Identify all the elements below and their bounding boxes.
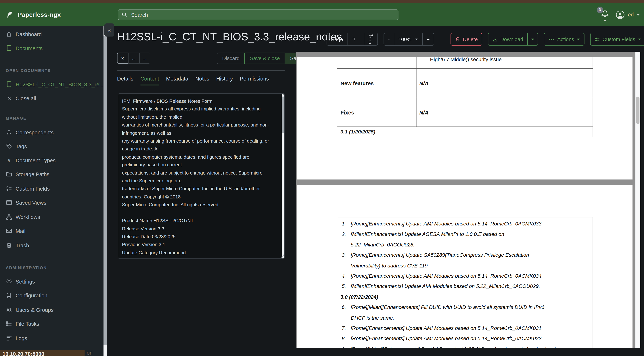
tab-history[interactable]: History	[216, 76, 233, 86]
sidebar-item-correspondents[interactable]: Correspondents	[0, 128, 104, 137]
zoom-in-button[interactable]: +	[422, 33, 434, 45]
sidebar-item-label: Configuration	[16, 292, 48, 298]
chevron-down-icon	[415, 38, 418, 40]
sidebar-scrollbar[interactable]	[104, 26, 107, 356]
global-search[interactable]	[118, 10, 398, 20]
sidebar-item-label: Saved Views	[16, 199, 46, 206]
discard-button[interactable]: Discard	[217, 52, 244, 64]
home-icon	[6, 31, 12, 38]
sidebar-item-documents[interactable]: Documents	[0, 43, 104, 53]
sidebar-item-label: Correspondents	[16, 129, 54, 136]
zoom-level-value: 100%	[398, 36, 412, 42]
document-nav-buttons: × ← →	[117, 52, 150, 64]
sidebar-item-configuration[interactable]: Configuration	[0, 290, 104, 300]
sidebar-item-tags[interactable]: Tags	[0, 141, 104, 151]
sidebar-item-document-types[interactable]: # Document Types	[0, 155, 104, 165]
zoom-out-button[interactable]: -	[384, 33, 394, 45]
sidebar-scrollbar-thumb[interactable]	[104, 36, 107, 345]
close-document-button[interactable]: ×	[117, 52, 128, 64]
envelope-icon	[6, 228, 12, 234]
sidebar-collapse-button[interactable]: «	[104, 23, 114, 36]
table-row: Fixes N/A	[337, 98, 593, 127]
version-heading: 3.0 (07/22/2024)	[337, 292, 587, 302]
sidebar-item-file-tasks[interactable]: File Tasks	[0, 319, 104, 328]
list-item: 6.[Rome][Milan][Enhancements] Fill DUID …	[337, 302, 587, 323]
sidebar-item-logs[interactable]: Logs	[0, 333, 104, 343]
sidebar-item-storage-paths[interactable]: Storage Paths	[0, 169, 104, 179]
download-label: Download	[500, 36, 523, 42]
divider	[117, 70, 284, 71]
search-icon	[122, 12, 128, 18]
save-and-close-button[interactable]: Save & close	[244, 52, 285, 64]
sidebar-item-custom-fields[interactable]: Custom Fields	[0, 184, 104, 194]
table-row: New features N/A	[337, 69, 593, 98]
pdf-preview[interactable]: High/6.7 Middle)) security issue New fea…	[296, 52, 635, 348]
notifications-button[interactable]: 3	[600, 9, 609, 20]
sidebar-item-settings[interactable]: Settings	[0, 276, 104, 286]
sidebar-item-label: H12SSL-i_C_CT_NT_BIOS_3.3_rel...	[16, 81, 105, 87]
page-number-cell[interactable]	[347, 33, 364, 45]
custom-fields-label: Custom Fields	[602, 36, 635, 42]
sidebar-item-saved-views[interactable]: Saved Views	[0, 198, 104, 208]
tab-metadata[interactable]: Metadata	[166, 76, 188, 86]
version-heading: 3.1 (1/20/2025)	[340, 129, 375, 135]
list-item-text: [Milan][Enhancements] Update AGESA Milan…	[351, 232, 504, 248]
sidebar-item-label: File Tasks	[16, 320, 40, 327]
page-number-input[interactable]	[352, 36, 360, 42]
textarea-resize-handle[interactable]	[279, 254, 284, 258]
actions-label: Actions	[557, 36, 574, 42]
sidebar-item-dashboard[interactable]: Dashboard	[0, 29, 104, 39]
sidebar-item-mail[interactable]: Mail	[0, 226, 104, 236]
window-icon	[6, 199, 12, 206]
sidebar-item-label: Settings	[16, 278, 35, 284]
brand[interactable]: Paperless-ngx	[6, 3, 61, 26]
brand-name: Paperless-ngx	[18, 11, 61, 18]
section-manage: MANAGE	[6, 116, 27, 120]
sidebar-item-close-all[interactable]: Close all	[0, 93, 104, 103]
user-avatar-icon	[615, 10, 625, 20]
sidebar-item-open-document[interactable]: H12SSL-i_C_CT_NT_BIOS_3.3_rel...	[0, 79, 104, 89]
content-textarea[interactable]: IPMI Firmware / BIOS Release Notes Form …	[118, 93, 285, 259]
sidebar: Dashboard Documents OPEN DOCUMENTS H12SS…	[0, 26, 107, 356]
sidebar-item-label: Mail	[16, 228, 26, 234]
sidebar-item-trash[interactable]: Trash	[0, 240, 104, 250]
row-value: N/A	[419, 109, 428, 116]
list-item-number: 4.	[342, 271, 346, 282]
table-column-divider	[416, 57, 416, 127]
search-input[interactable]	[130, 11, 395, 18]
user-menu[interactable]: ed	[615, 10, 640, 20]
ui-radios-icon	[6, 185, 12, 192]
list-item-text: [Rome][Enhancements] Update AMI Modules …	[351, 221, 543, 227]
textarea-scrollbar-thumb[interactable]	[282, 96, 284, 133]
list-item: 8.[Rome][Enhancements] Update AMI Module…	[337, 334, 587, 344]
download-button[interactable]: Download	[488, 33, 527, 45]
tab-content[interactable]: Content	[140, 76, 159, 86]
ui-radios-icon	[595, 36, 600, 42]
list-item: 3.[Rome][Enhancements] Update SA50289(Ti…	[337, 250, 587, 271]
list-item-text: [Rome][Enhancements] Update SA50289(Tian…	[351, 252, 529, 268]
list-item: 9.[Rome][Milan][Enhancements] For UsbBus…	[337, 344, 587, 348]
sliders-icon	[6, 292, 12, 299]
download-dropdown-toggle[interactable]	[527, 33, 538, 45]
sidebar-item-label: Dashboard	[16, 31, 42, 37]
notifications-caret-icon	[603, 20, 606, 22]
pdf-scrollbar[interactable]	[636, 52, 640, 348]
sidebar-item-workflows[interactable]: Workflows	[0, 212, 104, 222]
text-left-icon	[6, 335, 12, 342]
zoom-level-select[interactable]: 100%	[394, 33, 422, 45]
textarea-scrollbar[interactable]	[282, 94, 284, 259]
tab-permissions[interactable]: Permissions	[240, 76, 269, 86]
delete-button[interactable]: Delete	[450, 33, 482, 46]
row-label: New features	[340, 80, 374, 86]
sidebar-item-label: Document Types	[16, 157, 56, 164]
sidebar-item-users-groups[interactable]: Users & Groups	[0, 305, 104, 315]
pdf-scrollbar-thumb[interactable]	[636, 96, 640, 124]
tab-notes[interactable]: Notes	[195, 76, 209, 86]
folder-icon	[6, 171, 12, 178]
actions-button[interactable]: ⋯ Actions	[544, 33, 584, 46]
custom-fields-button[interactable]: Custom Fields	[590, 33, 644, 46]
previous-document-button[interactable]: ←	[128, 52, 139, 64]
sidebar-item-label: Documents	[16, 45, 43, 51]
next-document-button[interactable]: →	[139, 52, 150, 64]
tab-details[interactable]: Details	[117, 76, 133, 86]
